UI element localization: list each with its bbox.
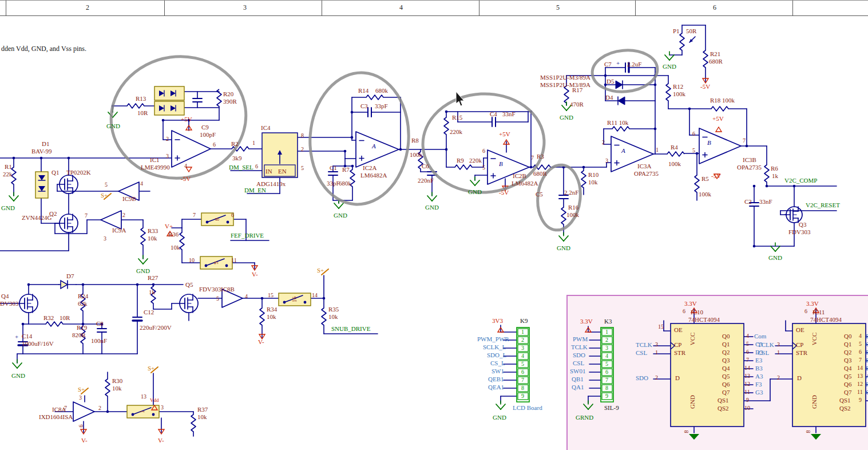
schematic-svg[interactable]: [0, 0, 868, 450]
ic4-adg1419[interactable]: [262, 133, 298, 177]
opamp-ic2a[interactable]: [356, 132, 399, 167]
analog-switch-swb[interactable]: [200, 256, 232, 269]
resistor-r14[interactable]: [366, 95, 383, 100]
capacitor-c4[interactable]: [492, 117, 496, 127]
resistor-r24[interactable]: [81, 294, 85, 311]
ruler-tick: [479, 1, 479, 15]
resistor-r34[interactable]: [260, 308, 264, 325]
resistor-r1[interactable]: [11, 167, 16, 184]
resistor-r7[interactable]: [350, 169, 355, 187]
opamp-ic3a[interactable]: [611, 136, 653, 172]
resistor-r30[interactable]: [105, 379, 110, 396]
diode-d7[interactable]: [61, 281, 68, 289]
resistor-r19[interactable]: [81, 326, 85, 344]
resistor-r10[interactable]: [581, 171, 586, 188]
capacitor-c14[interactable]: [18, 342, 27, 345]
ic11-box[interactable]: [792, 323, 866, 427]
capacitor-c3[interactable]: [368, 108, 371, 117]
capacitor-c5[interactable]: [559, 195, 568, 199]
diode-d5[interactable]: [616, 81, 623, 89]
capacitor-c9[interactable]: [193, 98, 202, 102]
bridge-diodes[interactable]: [154, 86, 184, 115]
resistor-r16[interactable]: [561, 207, 566, 224]
resistor-r17[interactable]: [564, 86, 569, 103]
resistor-r32[interactable]: [46, 322, 63, 326]
ruler-tick: [6, 1, 6, 15]
capacitor-c7[interactable]: [625, 63, 629, 72]
resistor-r9[interactable]: [455, 165, 472, 169]
sheet-column-ruler: 23456: [0, 0, 868, 16]
mosfet-q5[interactable]: [180, 294, 198, 313]
opamp-ic8b[interactable]: [222, 289, 243, 307]
resistor-r33[interactable]: [141, 228, 145, 245]
capacitor-c8[interactable]: [97, 329, 106, 332]
resistor-r15[interactable]: [444, 117, 449, 135]
opamp-ic3b[interactable]: [699, 128, 741, 164]
ruler-tick: [322, 1, 322, 15]
resistor-r36[interactable]: [180, 232, 184, 250]
schematic-sheet[interactable]: dden Vdd, GND, and Vss pins. R1310RGNDR2…: [0, 0, 868, 450]
resistor-r12[interactable]: [666, 84, 671, 101]
opamp-ic1[interactable]: [172, 131, 211, 167]
ruler-number: 3: [243, 3, 247, 12]
opamp-ic9b[interactable]: [118, 182, 139, 200]
resistor-r6[interactable]: [764, 165, 769, 182]
schematic-canvas[interactable]: [0, 0, 868, 450]
capacitor-c2[interactable]: [750, 203, 759, 206]
opamp-ic9a[interactable]: [101, 211, 121, 229]
analog-switch-swc[interactable]: [279, 293, 311, 306]
resistor-r11[interactable]: [612, 127, 629, 131]
resistor-r13[interactable]: [127, 104, 144, 108]
resistor-r5[interactable]: [695, 175, 699, 192]
resistor-r35[interactable]: [322, 308, 326, 325]
analog-switch-swa[interactable]: [201, 213, 233, 226]
ruler-tick: [635, 1, 636, 15]
capacitor-c1[interactable]: [328, 172, 338, 175]
connector-k3[interactable]: [601, 327, 613, 402]
resistor-p1[interactable]: [680, 33, 695, 50]
opamp-ic8a[interactable]: [73, 402, 94, 421]
ruler-tick: [792, 1, 793, 15]
ruler-tick: [164, 1, 165, 15]
resistor-r21[interactable]: [703, 50, 708, 68]
analog-switch-swd[interactable]: [127, 405, 159, 418]
ruler-number: 4: [399, 3, 403, 12]
resistor-r18[interactable]: [711, 106, 728, 111]
ic10-box[interactable]: [671, 323, 744, 427]
resistor-r4[interactable]: [667, 152, 684, 156]
mosfet-q4[interactable]: [19, 294, 38, 313]
diode-d4[interactable]: [618, 97, 625, 105]
mouse-cursor: [456, 92, 464, 106]
mosfet-q2[interactable]: [60, 214, 78, 232]
connector-k9[interactable]: [517, 327, 529, 402]
ruler-number: 2: [86, 3, 89, 12]
ruler-number: 5: [556, 3, 560, 12]
diode-d1[interactable]: [35, 172, 48, 198]
resistor-r8[interactable]: [418, 152, 423, 169]
ruler-number: 6: [713, 3, 716, 12]
resistor-r27[interactable]: [151, 286, 156, 303]
resistor-r37[interactable]: [191, 415, 196, 432]
mosfet-q3[interactable]: [785, 207, 802, 223]
capacitor-c12[interactable]: [133, 317, 142, 321]
